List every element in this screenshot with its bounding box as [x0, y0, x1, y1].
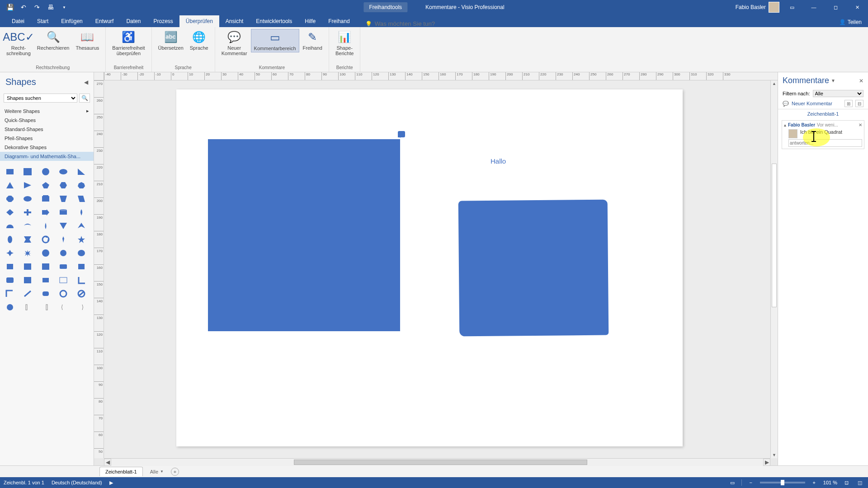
tell-me-search[interactable]: 💡 — [365, 20, 456, 27]
shape-stencil-item[interactable] — [57, 261, 70, 272]
zoom-out-icon[interactable]: − — [746, 479, 755, 486]
new-comment-button[interactable]: Neuer Kommentar — [792, 101, 832, 106]
shape-stencil-item[interactable] — [21, 234, 34, 245]
shape-stencil-item[interactable] — [57, 275, 70, 286]
ribbon-tab-daten[interactable]: Daten — [120, 15, 147, 27]
shape-stencil-item[interactable] — [39, 166, 52, 177]
shape-stencil-item[interactable] — [4, 248, 16, 258]
shape-stencil-item[interactable] — [21, 180, 34, 191]
shape-stencil-item[interactable] — [57, 166, 70, 177]
shape-stencil-item[interactable] — [57, 180, 70, 191]
ribbon-tab-hilfe[interactable]: Hilfe — [298, 15, 322, 27]
comment-indicator-icon[interactable] — [398, 131, 405, 137]
shape-stencil-item[interactable] — [57, 234, 70, 245]
shape-stencil-item[interactable] — [21, 288, 34, 299]
scroll-left-icon[interactable]: ◀ — [104, 459, 111, 466]
zoom-level[interactable]: 101 % — [823, 480, 837, 485]
reply-input[interactable] — [788, 139, 862, 147]
shape-stencil-item[interactable] — [75, 302, 88, 313]
shapes-search-input[interactable]: Shapes suchen — [4, 94, 77, 103]
vertical-scrollbar[interactable]: ▲ ▼ — [770, 80, 778, 458]
canvas-viewport[interactable]: Hallo — [104, 80, 778, 458]
shape-stencil-item[interactable] — [4, 166, 16, 177]
maximize-icon[interactable]: ◻ — [826, 1, 844, 14]
shape-stencil-item[interactable] — [57, 221, 70, 231]
shape-stencil-item[interactable] — [4, 275, 16, 286]
user-account[interactable]: Fabio Basler — [736, 2, 779, 13]
shape-stencil-item[interactable] — [39, 234, 52, 245]
zoom-slider[interactable] — [760, 482, 805, 483]
page-tab-all[interactable]: Alle ▼ — [146, 467, 167, 476]
scroll-up-icon[interactable]: ▲ — [771, 80, 778, 87]
shape-stencil-item[interactable] — [4, 302, 16, 313]
collapse-comment-icon[interactable]: ▴ — [784, 122, 786, 127]
add-page-button[interactable]: + — [171, 468, 179, 476]
shape-stencil-item[interactable] — [57, 302, 70, 313]
ribbon-display-options-icon[interactable]: ▭ — [783, 1, 801, 14]
language-status[interactable]: Deutsch (Deutschland) — [52, 480, 102, 485]
shape-stencil-item[interactable] — [57, 207, 70, 218]
shape-stencil-item[interactable] — [4, 288, 16, 299]
zoom-in-icon[interactable]: + — [810, 479, 819, 486]
shape-stencil-item[interactable] — [75, 221, 88, 231]
comment-item[interactable]: ▴ Fabio Basler Vor weni... ✕ Ich bin ein… — [782, 120, 864, 149]
context-tab-freihandtools[interactable]: Freihandtools — [363, 2, 407, 12]
drawing-page[interactable]: Hallo — [176, 89, 683, 446]
ribbon-tab-entwurf[interactable]: Entwurf — [89, 15, 120, 27]
shapes-search-button[interactable]: 🔍 — [79, 94, 90, 103]
presentation-mode-icon[interactable]: ▭ — [728, 479, 737, 486]
redo-icon[interactable]: ↷ — [31, 1, 43, 14]
shape-stencil-item[interactable] — [75, 234, 88, 245]
translate-button[interactable]: 🔤Übersetzen — [156, 29, 186, 52]
ink-button[interactable]: ✎Freihand — [300, 29, 325, 52]
ribbon-tab-prozess[interactable]: Prozess — [147, 15, 179, 27]
shapes-category[interactable]: Dekorative Shapes — [0, 143, 94, 152]
shape-stencil-item[interactable] — [4, 180, 16, 191]
comments-dropdown-icon[interactable]: ▼ — [831, 78, 835, 83]
hscroll-thumb[interactable] — [294, 460, 587, 465]
macro-recorder-icon[interactable]: ▶ — [109, 480, 113, 486]
undo-icon[interactable]: ↶ — [17, 1, 30, 14]
shape-stencil-item[interactable] — [57, 248, 70, 258]
shapes-category[interactable]: Diagramm- und Mathematik-Sha... — [0, 152, 94, 161]
shape-stencil-item[interactable] — [75, 180, 88, 191]
qat-dropdown-icon[interactable]: ▼ — [58, 1, 71, 14]
accessibility-check-button[interactable]: ♿Barrierefreiheitüberprüfen — [109, 29, 147, 57]
save-icon[interactable]: 💾 — [4, 1, 16, 14]
minimize-icon[interactable]: — — [805, 1, 823, 14]
shape-reports-button[interactable]: 📊Shape-Berichte — [333, 29, 356, 57]
shape-stencil-item[interactable] — [57, 288, 70, 299]
shape-stencil-item[interactable] — [21, 221, 34, 231]
shape-stencil-item[interactable] — [4, 207, 16, 218]
fit-page-icon[interactable]: ⊡ — [842, 479, 851, 486]
switch-window-icon[interactable]: ◫ — [855, 479, 864, 486]
expand-all-icon[interactable]: ⊞ — [844, 100, 853, 107]
ribbon-tab-start[interactable]: Start — [31, 15, 55, 27]
ribbon-tab-datei[interactable]: Datei — [5, 15, 31, 27]
spellcheck-button[interactable]: ABC✓Recht-schreibung — [4, 29, 33, 57]
research-button[interactable]: 🔍Recherchieren — [34, 29, 72, 52]
language-button[interactable]: 🌐Sprache — [187, 29, 211, 52]
ribbon-tab-entwicklertools[interactable]: Entwicklertools — [250, 15, 298, 27]
shape-stencil-item[interactable] — [21, 207, 34, 218]
print-icon[interactable]: 🖶 — [44, 1, 57, 14]
horizontal-scrollbar[interactable]: ◀ ▶ — [104, 458, 770, 465]
shape-stencil-item[interactable] — [4, 234, 16, 245]
shape-stencil-item[interactable] — [21, 166, 34, 177]
collapse-all-icon[interactable]: ⊟ — [855, 100, 863, 107]
shape-stencil-item[interactable] — [4, 221, 16, 231]
comment-pane-button[interactable]: ▭Kommentarbereich — [251, 29, 299, 52]
shape-stencil-item[interactable] — [39, 221, 52, 231]
shape-stencil-item[interactable] — [39, 288, 52, 299]
shape-stencil-item[interactable] — [21, 193, 34, 204]
shape-stencil-item[interactable] — [21, 248, 34, 258]
scroll-right-icon[interactable]: ▶ — [763, 459, 770, 466]
shape-stencil-item[interactable] — [39, 261, 52, 272]
freehand-square-shape[interactable] — [458, 200, 609, 337]
share-button[interactable]: 👤 Teilen — [833, 17, 868, 27]
shapes-category[interactable]: Standard-Shapes — [0, 125, 94, 134]
shape-stencil-item[interactable] — [57, 193, 70, 204]
shape-stencil-item[interactable] — [21, 302, 34, 313]
shape-stencil-item[interactable] — [4, 193, 16, 204]
ribbon-tab-ansicht[interactable]: Ansicht — [219, 15, 250, 27]
